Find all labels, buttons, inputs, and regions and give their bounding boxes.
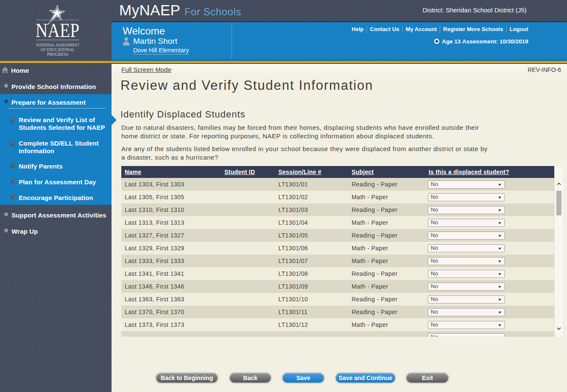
svg-text:NAEP: NAEP (36, 19, 80, 41)
svg-text:NATIONAL ASSESSMENT: NATIONAL ASSESSMENT (36, 43, 80, 47)
svg-text:OF EDUCATIONAL: OF EDUCATIONAL (41, 48, 75, 52)
svg-text:PROGRESS: PROGRESS (47, 52, 69, 57)
